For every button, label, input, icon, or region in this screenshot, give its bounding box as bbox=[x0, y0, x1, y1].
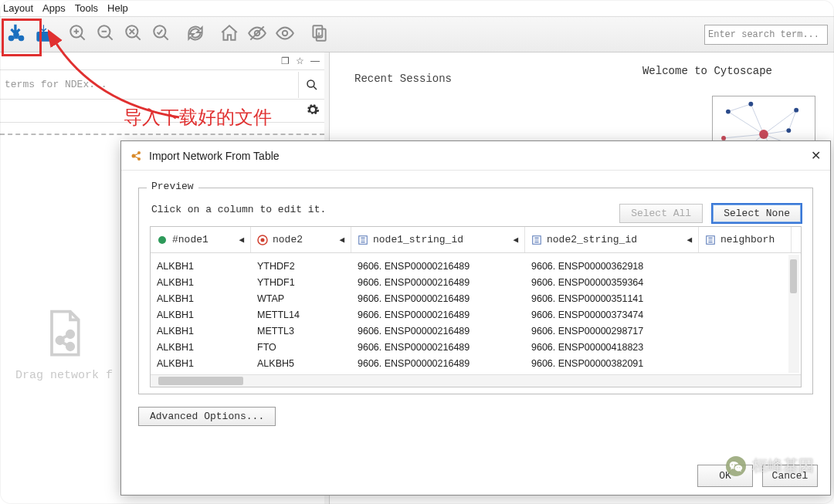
sort-icon[interactable]: ◀ bbox=[513, 235, 518, 245]
target-node-icon bbox=[257, 235, 268, 245]
table-header: #node1 ◀ node2 ◀ node1_string_id ◀ bbox=[151, 227, 801, 253]
file-network-icon bbox=[39, 307, 89, 361]
column-label: neighborh bbox=[720, 234, 775, 245]
annotation-highlight-box bbox=[2, 19, 42, 56]
close-icon[interactable]: ✕ bbox=[811, 148, 821, 163]
cell-node1-string-id: 9606. ENSP00000216489 bbox=[351, 293, 525, 304]
table-row[interactable]: ALKBH1FTO9606. ENSP000002164899606. ENSP… bbox=[151, 339, 801, 355]
welcome-title: Welcome to Cytoscape bbox=[642, 65, 772, 77]
svg-point-12 bbox=[307, 80, 314, 87]
zoom-selected-icon[interactable] bbox=[151, 23, 171, 46]
menu-apps[interactable]: Apps bbox=[42, 2, 66, 14]
svg-line-16 bbox=[728, 112, 764, 134]
cell-node2: WTAP bbox=[251, 293, 351, 304]
cell-node2-string-id: 9606. ENSP00000382091 bbox=[525, 358, 699, 369]
cell-node1-string-id: 9606. ENSP00000216489 bbox=[351, 310, 525, 320]
table-row[interactable]: ALKBH1METTL39606. ENSP000002164899606. E… bbox=[151, 323, 801, 339]
table-row[interactable]: ALKBH1YTHDF29606. ENSP000002164899606. E… bbox=[151, 258, 801, 274]
zoom-fit-icon[interactable] bbox=[124, 23, 144, 46]
watermark-text: 桓峰基因 bbox=[752, 455, 814, 476]
preview-table: #node1 ◀ node2 ◀ node1_string_id ◀ bbox=[150, 226, 802, 387]
show-icon[interactable] bbox=[275, 23, 295, 46]
cell-node1: ALKBH1 bbox=[151, 310, 251, 320]
svg-point-28 bbox=[759, 130, 768, 139]
svg-line-17 bbox=[764, 110, 796, 134]
cell-node2: METTL14 bbox=[251, 310, 351, 320]
zoom-in-icon[interactable] bbox=[68, 23, 88, 46]
menu-help[interactable]: Help bbox=[107, 2, 128, 14]
attribute-icon bbox=[531, 235, 542, 245]
scrollbar-thumb[interactable] bbox=[158, 377, 243, 385]
cell-node2: FTO bbox=[251, 342, 351, 353]
hide-icon[interactable] bbox=[247, 23, 267, 46]
panel-minimize-icon[interactable]: — bbox=[310, 56, 320, 66]
svg-point-35 bbox=[721, 136, 726, 140]
ndex-search-icon[interactable] bbox=[298, 72, 324, 98]
table-row[interactable]: ALKBH1WTAP9606. ENSP000002164899606. ENS… bbox=[151, 290, 801, 306]
cell-node1-string-id: 9606. ENSP00000216489 bbox=[351, 261, 525, 272]
ndex-search-input[interactable]: terms for NDEx... bbox=[0, 79, 298, 90]
scrollbar-thumb[interactable] bbox=[790, 259, 797, 293]
column-label: #node1 bbox=[172, 234, 208, 245]
menu-tools[interactable]: Tools bbox=[75, 2, 98, 14]
preview-fieldset: Preview Click on a column to edit it. Se… bbox=[138, 188, 813, 394]
svg-point-36 bbox=[786, 128, 791, 133]
dialog-title: Import Network From Table bbox=[149, 150, 280, 162]
cell-node1: ALKBH1 bbox=[151, 342, 251, 353]
svg-point-30 bbox=[794, 108, 798, 113]
column-label: node2_string_id bbox=[547, 234, 637, 245]
sort-icon[interactable]: ◀ bbox=[687, 235, 692, 245]
vertical-scrollbar[interactable] bbox=[788, 255, 799, 373]
import-network-dialog: Import Network From Table ✕ Preview Clic… bbox=[120, 140, 831, 496]
table-row[interactable]: ALKBH1YTHDF19606. ENSP000002164899606. E… bbox=[151, 274, 801, 290]
column-header-node2-string-id[interactable]: node2_string_id ◀ bbox=[525, 227, 699, 252]
svg-point-42 bbox=[261, 238, 265, 242]
panel-divider bbox=[0, 134, 324, 135]
column-header-node1[interactable]: #node1 ◀ bbox=[151, 227, 251, 252]
search-input[interactable]: Enter search term... bbox=[704, 25, 828, 45]
home-icon[interactable] bbox=[219, 23, 239, 46]
select-none-button[interactable]: Select None bbox=[712, 204, 802, 223]
cell-node1: ALKBH1 bbox=[151, 293, 251, 304]
cell-node2: ALKBH5 bbox=[251, 358, 351, 369]
cell-node2-string-id: 9606. ENSP00000351141 bbox=[525, 293, 699, 304]
select-all-button[interactable]: Select All bbox=[619, 204, 703, 223]
svg-line-21 bbox=[751, 104, 764, 134]
column-header-node1-string-id[interactable]: node1_string_id ◀ bbox=[351, 227, 525, 252]
panel-pin-icon[interactable]: ☆ bbox=[296, 56, 304, 66]
ndex-settings-icon[interactable] bbox=[306, 103, 320, 119]
cell-node1-string-id: 9606. ENSP00000216489 bbox=[351, 326, 525, 337]
svg-point-9 bbox=[283, 31, 288, 36]
table-row[interactable]: ALKBH1METTL149606. ENSP000002164899606. … bbox=[151, 306, 801, 323]
source-node-icon bbox=[157, 235, 168, 245]
sort-icon[interactable]: ◀ bbox=[239, 235, 244, 245]
column-label: node2 bbox=[273, 234, 303, 245]
zoom-out-icon[interactable] bbox=[96, 23, 116, 46]
menubar: Layout Apps Tools Help bbox=[0, 0, 834, 17]
cell-node1: ALKBH1 bbox=[151, 277, 251, 288]
table-row[interactable]: ALKBH1ALKBH59606. ENSP000002164899606. E… bbox=[151, 355, 801, 371]
horizontal-scrollbar[interactable] bbox=[151, 374, 801, 387]
svg-line-25 bbox=[788, 110, 796, 130]
drop-network-label: Drag network f bbox=[15, 369, 113, 382]
svg-line-22 bbox=[724, 134, 764, 138]
advanced-options-button[interactable]: Advanced Options... bbox=[138, 407, 276, 426]
cell-node2-string-id: 9606. ENSP00000362918 bbox=[525, 261, 699, 272]
drop-network-area[interactable]: Drag network f bbox=[15, 307, 113, 382]
panel-float-icon[interactable]: ❐ bbox=[281, 56, 290, 66]
copy-icon[interactable] bbox=[309, 23, 329, 46]
annotation-label: 导入下载好的文件 bbox=[124, 105, 272, 130]
menu-layout[interactable]: Layout bbox=[3, 2, 33, 14]
refresh-icon[interactable] bbox=[185, 23, 205, 46]
dialog-titlebar[interactable]: Import Network From Table ✕ bbox=[121, 141, 830, 171]
cell-node1-string-id: 9606. ENSP00000216489 bbox=[351, 277, 525, 288]
column-header-neighborhood[interactable]: neighborh bbox=[699, 227, 792, 252]
watermark: 桓峰基因 bbox=[726, 455, 814, 476]
column-header-node2[interactable]: node2 ◀ bbox=[251, 227, 351, 252]
column-label: node1_string_id bbox=[373, 234, 463, 245]
attribute-icon bbox=[358, 235, 368, 245]
wechat-icon bbox=[726, 456, 746, 476]
sort-icon[interactable]: ◀ bbox=[339, 235, 344, 245]
cell-node2-string-id: 9606. ENSP00000359364 bbox=[525, 277, 699, 288]
table-body: ALKBH1YTHDF29606. ENSP000002164899606. E… bbox=[151, 253, 801, 374]
